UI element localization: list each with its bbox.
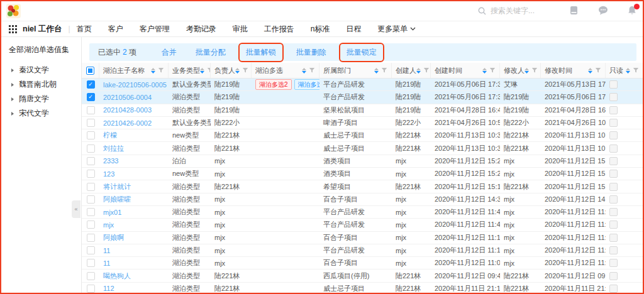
sort-icon[interactable] — [588, 68, 592, 74]
toolbar-action-button-annotated[interactable]: 批量解锁 — [238, 43, 284, 62]
table-row[interactable]: 20210428-0003 湖泊类型 陆219陆 坚果松鼠项目 陆219陆 20… — [82, 104, 643, 117]
row-checkbox[interactable] — [87, 285, 95, 293]
table-row[interactable]: 2333 泊泊 mjx 酒类项目 mjx 2020年11月12日 15:25 m… — [82, 155, 643, 168]
row-checkbox[interactable] — [87, 234, 95, 242]
nav-item[interactable]: 客户 — [108, 24, 123, 35]
readonly-checkbox[interactable] — [609, 208, 618, 216]
readonly-checkbox[interactable] — [609, 272, 618, 280]
filter-icon[interactable] — [531, 67, 538, 74]
workspace-title[interactable]: niel 工作台 — [23, 24, 62, 35]
filter-icon[interactable] — [489, 67, 496, 74]
lake-name-link[interactable]: 刘拉拉 — [103, 144, 124, 152]
sort-icon[interactable] — [151, 68, 155, 74]
lake-name-link[interactable]: 喝热狗人 — [103, 272, 131, 280]
readonly-checkbox[interactable] — [609, 106, 618, 114]
readonly-checkbox[interactable] — [609, 119, 618, 127]
lake-name-link[interactable]: 20210426-0002 — [103, 119, 152, 127]
more-menu[interactable]: 更多菜单 — [377, 24, 416, 35]
lake-name-link[interactable]: 2333 — [103, 157, 118, 165]
caret-right-icon[interactable] — [11, 68, 14, 72]
readonly-checkbox[interactable] — [609, 285, 618, 293]
row-checkbox[interactable] — [87, 195, 95, 204]
readonly-checkbox[interactable] — [609, 157, 618, 165]
column-header[interactable]: 修改人 — [500, 63, 541, 78]
filter-icon[interactable] — [595, 67, 601, 74]
readonly-checkbox[interactable] — [609, 195, 618, 204]
nav-item[interactable]: 审批 — [233, 24, 248, 35]
column-header[interactable]: 只读 — [606, 63, 643, 78]
row-checkbox[interactable] — [87, 259, 95, 267]
lake-name-link[interactable]: mjx — [103, 221, 114, 229]
readonly-checkbox[interactable] — [609, 80, 618, 89]
column-header[interactable]: 修改时间 — [541, 63, 606, 78]
table-row[interactable]: 20210426-0002 默认业务类型 陆222小 啤酒子项目 陆222小 2… — [82, 117, 643, 129]
lake-name-link[interactable]: mjx01 — [103, 209, 121, 216]
readonly-checkbox[interactable] — [609, 183, 618, 191]
lake-name-link[interactable]: 20210506-0004 — [103, 94, 152, 101]
table-row[interactable]: 柠檬 new类型 陆221林 威士忌子项目 陆221林 2020年11月13日 … — [82, 129, 643, 142]
readonly-checkbox[interactable] — [609, 131, 618, 139]
filter-icon[interactable] — [423, 67, 430, 74]
caret-right-icon[interactable] — [11, 112, 14, 116]
table-row[interactable]: 刘拉拉 湖泊类型 陆221林 威士忌子项目 陆221林 2020年11月13日 … — [82, 142, 643, 155]
column-header[interactable]: 负责人 — [211, 63, 252, 78]
column-header[interactable]: 湖泊多选 — [252, 63, 319, 78]
row-checkbox[interactable] — [87, 144, 95, 153]
table-row[interactable]: 11 湖泊类型 mjx 百合子项目 mjx 2020年11月12日 11:04 … — [82, 257, 643, 270]
row-checkbox[interactable] — [87, 119, 95, 127]
filter-icon[interactable] — [242, 67, 248, 74]
filter-icon[interactable] — [309, 67, 315, 74]
filter-icon[interactable] — [633, 67, 639, 74]
row-checkbox[interactable] — [87, 208, 95, 216]
row-checkbox[interactable] — [87, 183, 95, 191]
lake-name-link[interactable]: 123 — [103, 170, 114, 178]
filter-icon[interactable] — [158, 67, 164, 74]
apps-grid-icon[interactable] — [9, 25, 17, 33]
table-row[interactable]: mjx 湖泊类型 mjx 平台产品研发 mjx 2020年11月12日 11:4… — [82, 219, 643, 231]
row-checkbox[interactable] — [87, 106, 95, 114]
row-checkbox[interactable] — [87, 131, 95, 139]
nav-item[interactable]: 首页 — [77, 24, 92, 35]
bell-icon[interactable] — [628, 6, 636, 15]
row-checkbox[interactable] — [87, 272, 95, 280]
select-all-checkbox[interactable] — [86, 67, 94, 75]
table-row[interactable]: 将计就计 湖泊类型 陆221林 希望项目 陆221林 2020年11月12日 1… — [82, 180, 643, 193]
sort-icon[interactable] — [482, 68, 487, 74]
sidebar-tree-item[interactable]: 宋代文学 — [9, 106, 75, 121]
readonly-checkbox[interactable] — [609, 246, 618, 254]
row-checkbox[interactable]: ✓ — [87, 80, 95, 89]
filter-icon[interactable] — [381, 67, 387, 74]
readonly-checkbox[interactable] — [609, 234, 618, 242]
row-checkbox[interactable] — [87, 246, 95, 254]
nav-item[interactable]: 工作报告 — [264, 24, 294, 35]
global-search[interactable]: 搜索关键字... — [478, 6, 535, 16]
sort-icon[interactable] — [235, 68, 240, 74]
nav-item[interactable]: n标准 — [311, 24, 330, 35]
column-header[interactable]: 业务类型 — [169, 63, 211, 78]
lake-name-link[interactable]: 柠檬 — [103, 131, 117, 139]
toolbar-action-button[interactable]: 合并 — [162, 47, 177, 58]
toolbar-action-button[interactable]: 批量删除 — [296, 47, 326, 58]
table-row[interactable]: 112 湖泊类型 陆221林 威士忌子项目 陆221林 2020年11月11日 … — [82, 283, 643, 294]
caret-right-icon[interactable] — [11, 83, 14, 87]
table-row[interactable]: mjx01 湖泊类型 mjx 平台产品研发 mjx 2020年11月12日 11… — [82, 206, 643, 219]
lake-name-link[interactable]: 11 — [103, 259, 110, 267]
nav-item[interactable]: 日程 — [346, 24, 361, 35]
table-row[interactable]: 喝热狗人 湖泊类型 陆221林 西瓜项目(停用) 陆221林 2020年11月1… — [82, 270, 643, 282]
column-header[interactable]: 创建时间 — [431, 63, 500, 78]
sort-icon[interactable] — [200, 68, 204, 74]
table-row[interactable]: 123 new类型 mjx 酒类项目 mjx 2020年11月12日 15:25… — [82, 168, 643, 180]
sort-icon[interactable] — [416, 68, 421, 74]
row-checkbox[interactable]: ✓ — [87, 93, 95, 101]
sidebar-collapse-handle[interactable]: « — [72, 200, 80, 218]
toolbar-action-button[interactable]: 批量分配 — [196, 47, 226, 58]
nav-item[interactable]: 客户管理 — [140, 24, 170, 35]
lake-name-link[interactable]: 将计就计 — [103, 183, 131, 190]
chat-icon[interactable] — [598, 6, 608, 15]
row-checkbox[interactable] — [87, 170, 95, 178]
column-header[interactable]: 所属部门 — [319, 63, 392, 78]
sort-icon[interactable] — [626, 68, 630, 74]
column-header[interactable]: 湖泊主子名称 — [99, 63, 169, 78]
sidebar-tree-item[interactable]: 魏晋南北朝 — [9, 77, 75, 92]
readonly-checkbox[interactable] — [609, 220, 618, 229]
